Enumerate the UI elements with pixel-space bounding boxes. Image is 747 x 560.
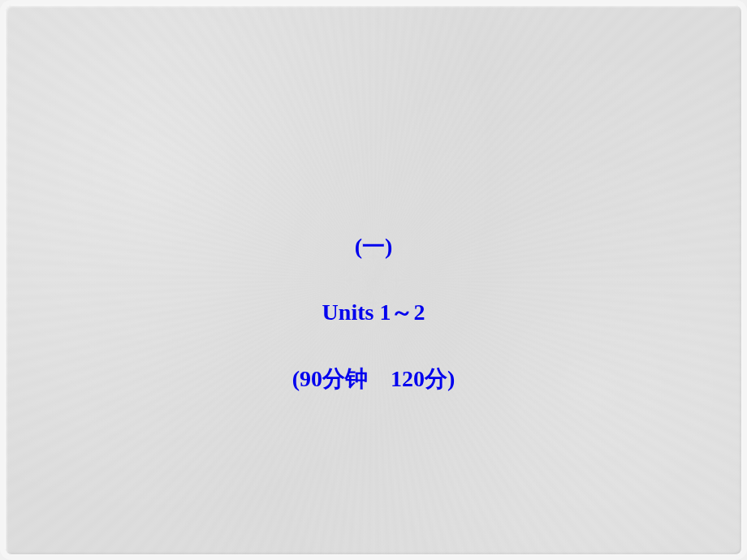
title-duration-score: (90分钟 120分) xyxy=(292,363,456,394)
title-units: Units 1～2 xyxy=(292,296,456,328)
title-number: (一) xyxy=(292,230,456,262)
slide-frame: (一) Units 1～2 (90分钟 120分) xyxy=(5,5,742,555)
slide-content: (一) Units 1～2 (90分钟 120分) xyxy=(292,230,456,394)
